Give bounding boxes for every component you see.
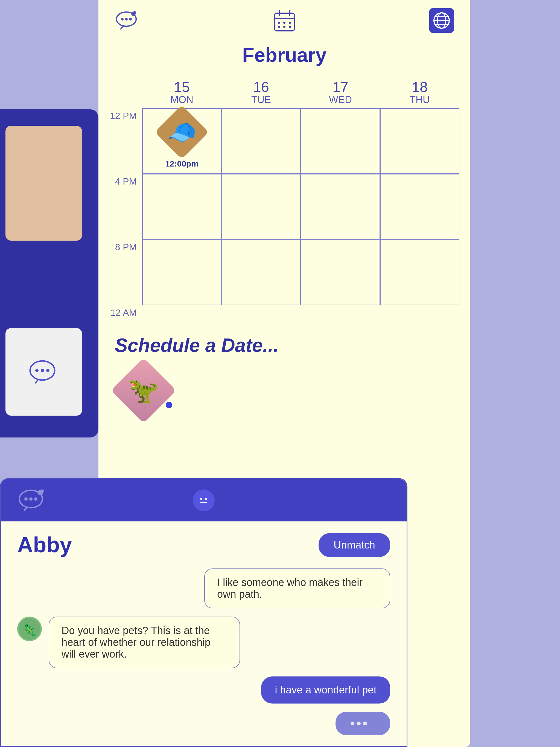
svg-point-40 — [351, 722, 354, 725]
svg-point-2 — [41, 369, 44, 372]
day-name-mon: MON — [142, 94, 222, 106]
message-received-1: I like someone who makes their own path. — [204, 568, 390, 609]
schedule-title: Schedule a Date... — [115, 334, 454, 356]
message-typing-row — [17, 712, 390, 735]
message-sent-1: i have a wonderful pet — [261, 676, 390, 703]
cell-wed-8pm[interactable] — [301, 239, 380, 305]
day-num-thu: 18 — [380, 80, 459, 94]
schedule-section: Schedule a Date... 🦖 — [98, 318, 470, 422]
chat-outline-icon[interactable] — [17, 489, 47, 512]
cell-thu-4pm[interactable] — [380, 174, 459, 239]
message-typing — [335, 712, 390, 735]
svg-point-8 — [129, 18, 132, 21]
svg-line-4 — [35, 380, 38, 383]
month-title: February — [98, 44, 470, 66]
chat-username: Abby — [17, 532, 72, 558]
chat-icon-top[interactable] — [115, 11, 139, 30]
svg-point-36 — [205, 498, 207, 500]
svg-point-34 — [197, 493, 210, 507]
cell-mon-8pm[interactable] — [142, 239, 222, 305]
svg-point-20 — [283, 26, 285, 28]
day-header-thu: 18 THU — [380, 77, 459, 108]
svg-text:🦎: 🦎 — [22, 623, 37, 637]
svg-point-7 — [125, 18, 128, 21]
messages-area: I like someone who makes their own path.… — [17, 568, 390, 735]
day-name-wed: WED — [301, 94, 380, 106]
chat-body: Abby Unmatch I like someone who makes th… — [1, 521, 407, 746]
chat-header — [1, 479, 407, 521]
avatar-blue-dot — [166, 402, 172, 408]
cell-mon-12pm[interactable]: 🧢 12:00pm — [142, 108, 222, 174]
calendar-icon-top[interactable] — [272, 11, 297, 30]
sender-avatar: 🦎 — [17, 617, 42, 641]
day-headers: 15 MON 16 TUE 17 WED 18 THU — [109, 77, 459, 108]
svg-point-30 — [34, 497, 37, 500]
svg-point-42 — [363, 722, 367, 725]
calendar-container: 15 MON 16 TUE 17 WED 18 THU 12 PM — [98, 77, 470, 318]
svg-point-41 — [357, 722, 361, 725]
time-label-8pm: 8 PM — [109, 239, 142, 305]
time-grid: 12 PM 🧢 12:00pm 4 PM 8 PM — [109, 108, 459, 318]
event-time-label: 12:00pm — [143, 159, 221, 169]
left-phone-chat — [5, 328, 82, 416]
chat-user-row: Abby Unmatch — [17, 532, 390, 558]
cell-tue-4pm[interactable] — [222, 174, 301, 239]
left-phone-screen — [5, 126, 82, 241]
day-num-tue: 16 — [222, 80, 301, 94]
day-name-thu: THU — [380, 94, 459, 106]
svg-point-35 — [200, 498, 202, 500]
svg-point-1 — [35, 369, 39, 372]
left-phone-partial — [0, 109, 98, 437]
chat-face-button[interactable] — [193, 489, 215, 511]
unmatch-button[interactable]: Unmatch — [319, 533, 390, 557]
time-label-4pm: 4 PM — [109, 174, 142, 239]
svg-point-6 — [121, 18, 124, 21]
svg-point-17 — [283, 22, 285, 24]
svg-point-28 — [24, 497, 28, 500]
svg-point-33 — [41, 489, 44, 493]
chat-header-icons — [17, 489, 47, 512]
message-received-2: Do you have pets? This is at the heart o… — [49, 617, 240, 668]
day-header-mon: 15 MON — [142, 77, 222, 108]
schedule-avatar[interactable]: 🦖 — [120, 367, 175, 416]
message-sent-row: i have a wonderful pet — [17, 676, 390, 703]
time-label-12am: 12 AM — [109, 305, 142, 318]
day-header-wed: 17 WED — [301, 77, 380, 108]
svg-point-18 — [289, 22, 291, 24]
top-icons-row — [98, 0, 470, 38]
chat-overlay: Abby Unmatch I like someone who makes th… — [0, 478, 407, 747]
cell-mon-4pm[interactable] — [142, 174, 222, 239]
svg-point-19 — [278, 26, 280, 28]
svg-point-29 — [29, 497, 32, 500]
svg-point-16 — [278, 22, 280, 24]
day-num-wed: 17 — [301, 80, 380, 94]
svg-point-11 — [133, 11, 136, 14]
day-name-tue: TUE — [222, 94, 301, 106]
cell-thu-8pm[interactable] — [380, 239, 459, 305]
cell-tue-8pm[interactable] — [222, 239, 301, 305]
cell-thu-12pm[interactable] — [380, 108, 459, 174]
day-header-tue: 16 TUE — [222, 77, 301, 108]
svg-point-3 — [46, 369, 50, 372]
svg-line-31 — [24, 507, 27, 511]
cell-tue-12pm[interactable] — [222, 108, 301, 174]
globe-icon-top[interactable] — [429, 8, 454, 33]
small-chat-icon — [27, 358, 60, 386]
message-received-2-row: 🦎 Do you have pets? This is at the heart… — [17, 617, 390, 668]
day-num-mon: 15 — [142, 80, 222, 94]
svg-point-21 — [289, 26, 291, 28]
time-label-12pm: 12 PM — [109, 108, 142, 174]
cell-wed-12pm[interactable] — [301, 108, 380, 174]
cell-wed-4pm[interactable] — [301, 174, 380, 239]
